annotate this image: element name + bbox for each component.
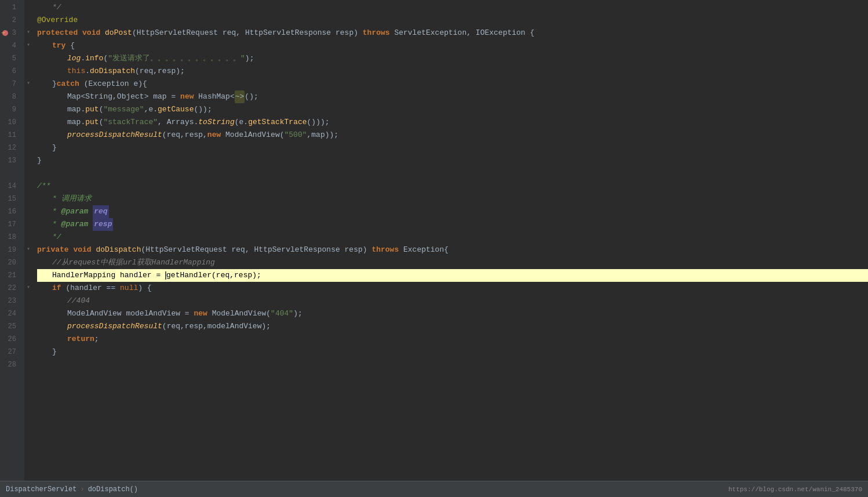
code-line: //404 [37, 295, 868, 307]
method-token: put [85, 116, 99, 129]
fold-icon[interactable] [24, 102, 32, 115]
fold-icon[interactable] [24, 140, 32, 153]
fold-icon[interactable] [24, 115, 32, 128]
fold-icon[interactable] [24, 179, 32, 191]
code-line: * @param req [37, 205, 868, 218]
code-line: return ; [37, 333, 868, 346]
gutter-line: 26 [0, 333, 20, 346]
method-token: put [85, 103, 99, 116]
code-line-dodispatch: private void doDispatch ( HttpServletReq… [37, 244, 868, 256]
doc-comment-token: * 调用请求 [52, 193, 92, 205]
status-bar: DispatcherServlet › doDispatch() https:/… [0, 481, 868, 497]
fold-icon[interactable] [24, 204, 32, 217]
param-name-token: resp [93, 218, 113, 231]
gutter-line: 16 [0, 205, 20, 218]
code-line: */ [37, 1, 868, 14]
gutter-line: 24 [0, 307, 20, 320]
code-line-highlighted: HandlerMapping handler = getHandler (req… [37, 269, 868, 282]
fold-icon[interactable] [24, 64, 32, 77]
fold-icon[interactable] [24, 255, 32, 268]
string-token: "404" [271, 307, 293, 320]
code-line: ModelAndView modelAndView = new ModelAnd… [37, 307, 868, 320]
doc-comment-token: */ [52, 231, 61, 244]
annotation-token: @Override [37, 14, 78, 27]
fold-icon[interactable] [24, 293, 32, 306]
doc-comment-token: * [52, 218, 61, 231]
method-token: toString [198, 116, 234, 129]
breadcrumb-separator: › [80, 485, 84, 494]
fold-icon[interactable] [24, 230, 32, 242]
code-line: Map < String , Object > map = new HashMa… [37, 90, 868, 103]
gutter-line: 11 [0, 129, 20, 142]
fold-icon[interactable] [24, 13, 32, 26]
fold-icon[interactable] [24, 268, 32, 281]
gutter-line: 4 [0, 39, 20, 52]
gutter-line: 20 [0, 256, 20, 269]
fold-icon[interactable]: ▾ [24, 38, 32, 51]
param-name-token: req [93, 205, 108, 218]
gutter-line: 25 [0, 320, 20, 333]
method-token: doPost [105, 27, 132, 39]
breadcrumb-part-2: doDispatch() [88, 485, 138, 494]
gutter-line: 5 [0, 52, 20, 65]
doc-tag-token: @param [61, 218, 89, 231]
method-token: info [85, 52, 103, 65]
throws-keyword: throws [371, 244, 399, 256]
fold-icon[interactable] [24, 332, 32, 344]
gutter-line: 27 [0, 346, 20, 358]
keyword-token: void [82, 27, 100, 39]
keyword-token: new [194, 307, 207, 320]
gutter-line: 8 [0, 90, 20, 103]
keyword-token: new [207, 129, 221, 142]
code-area: 1 2 3 4 5 6 7 8 9 10 11 12 13 14 15 16 1… [0, 0, 868, 481]
fold-icon[interactable]: ▾ [24, 281, 32, 293]
gutter-line: 12 [0, 142, 20, 154]
code-line: * @param resp [37, 218, 868, 231]
fold-icon[interactable]: ▾ [24, 26, 32, 38]
fold-icon[interactable] [24, 51, 32, 64]
code-line-blank [37, 167, 868, 180]
gutter-line [0, 167, 20, 180]
fold-icon[interactable] [24, 89, 32, 102]
fold-icon[interactable] [24, 0, 32, 13]
fold-icon[interactable]: ▾ [24, 77, 32, 89]
method-token: doDispatch [90, 65, 135, 78]
code-content[interactable]: */ @Override protected void doPost ( Htt… [32, 0, 868, 481]
fold-icon[interactable]: ▾ [24, 242, 32, 255]
code-line: * 调用请求 [37, 193, 868, 205]
doc-tag-token: @param [61, 205, 89, 218]
throws-keyword: throws [363, 27, 390, 39]
gutter-line: 10 [0, 116, 20, 129]
keyword-token: private [37, 244, 69, 256]
gutter-line: 28 [0, 358, 20, 371]
fold-icon[interactable] [24, 344, 32, 357]
gutter-line: 7 [0, 78, 20, 90]
fold-icon[interactable] [24, 306, 32, 319]
fold-icon[interactable] [24, 319, 32, 332]
keyword-token: void [73, 244, 91, 256]
fold-icon[interactable] [24, 128, 32, 140]
fold-icon[interactable] [24, 217, 32, 230]
gutter-line: 21 [0, 269, 20, 282]
keyword-token: null [120, 282, 138, 295]
fold-icon[interactable] [24, 166, 32, 179]
code-line: } [37, 346, 868, 358]
code-line: processDispatchResult (req,resp, new Mod… [37, 129, 868, 142]
string-token: "发送请求了。。。。。。。。。。。。" [108, 52, 245, 65]
gutter-line: 2 [0, 14, 20, 27]
keyword-token: try [52, 39, 65, 52]
code-line: if (handler == null ) { [37, 282, 868, 295]
method-token: getHandler [166, 269, 211, 282]
fold-icon[interactable] [24, 153, 32, 166]
fold-icon[interactable] [24, 191, 32, 204]
code-line: } [37, 154, 868, 167]
code-line: } catch ( Exception e){ [37, 78, 868, 90]
gutter-line: 6 [0, 65, 20, 78]
breadcrumb-part-1: DispatcherServlet [6, 485, 76, 494]
type-token: HandlerMapping [52, 269, 115, 282]
string-token: "stackTrace" [103, 116, 158, 129]
method-token: processDispatchResult [67, 129, 162, 142]
keyword-token: if [52, 282, 61, 295]
line-numbers: 1 2 3 4 5 6 7 8 9 10 11 12 13 14 15 16 1… [0, 0, 24, 481]
comment-token: //从request中根据url获取HandlerMapping [52, 256, 215, 269]
